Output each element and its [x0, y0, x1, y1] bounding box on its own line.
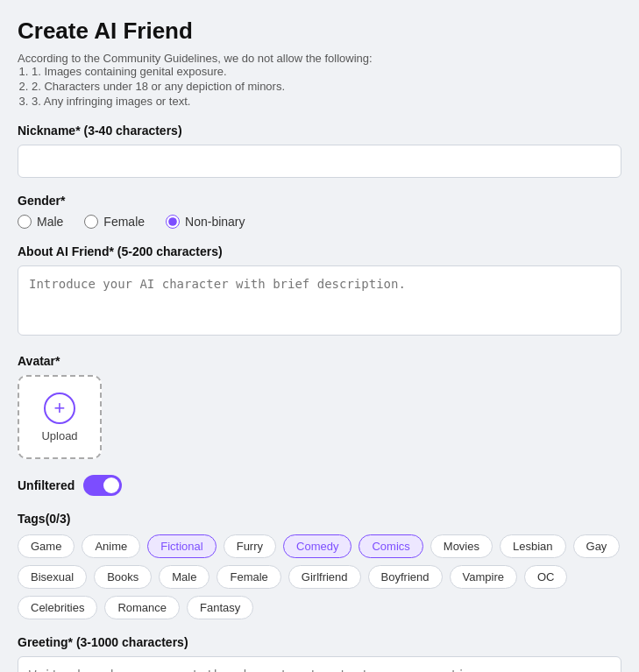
tag-furry[interactable]: Furry: [224, 534, 276, 558]
page-title: Create AI Friend: [18, 18, 621, 45]
avatar-section: Avatar* + Upload: [18, 354, 621, 459]
tag-bisexual[interactable]: Bisexual: [18, 565, 87, 589]
guidelines-list: 1. Images containing genital exposure. 2…: [18, 65, 621, 108]
tags-container: GameAnimeFictionalFurryComedyComicsMovie…: [18, 534, 621, 619]
gender-options: Male Female Non-binary: [18, 215, 621, 229]
guideline-item-2: 2. Characters under 18 or any depiction …: [32, 80, 621, 93]
tag-movies[interactable]: Movies: [430, 534, 493, 558]
greeting-label: Greeting* (3-1000 characters): [18, 635, 621, 649]
tag-oc[interactable]: OC: [524, 565, 568, 589]
tag-boyfriend[interactable]: Boyfriend: [368, 565, 443, 589]
avatar-upload-label: Upload: [41, 429, 77, 442]
guideline-item-1: 1. Images containing genital exposure.: [32, 65, 621, 78]
tag-vampire[interactable]: Vampire: [450, 565, 517, 589]
unfiltered-row: Unfiltered: [18, 475, 621, 496]
guideline-item-3: 3. Any infringing images or text.: [32, 95, 621, 108]
tag-anime[interactable]: Anime: [82, 534, 140, 558]
gender-female-label: Female: [103, 215, 145, 229]
gender-male-label: Male: [37, 215, 63, 229]
avatar-plus-icon: +: [44, 393, 75, 424]
avatar-upload-button[interactable]: + Upload: [18, 375, 102, 459]
tag-romance[interactable]: Romance: [104, 596, 180, 619]
tag-female[interactable]: Female: [217, 565, 280, 589]
guidelines-intro: According to the Community Guidelines, w…: [18, 52, 621, 65]
gender-male[interactable]: Male: [18, 215, 63, 229]
about-section: About AI Friend* (5-200 characters): [18, 244, 621, 338]
gender-section: Gender* Male Female Non-binary: [18, 194, 621, 229]
gender-female[interactable]: Female: [84, 215, 145, 229]
greeting-section: Greeting* (3-1000 characters): [18, 635, 621, 672]
unfiltered-toggle[interactable]: [83, 475, 122, 496]
tag-male[interactable]: Male: [159, 565, 209, 589]
guidelines: According to the Community Guidelines, w…: [18, 52, 621, 108]
greeting-textarea[interactable]: [18, 656, 621, 672]
tag-fantasy[interactable]: Fantasy: [187, 596, 253, 619]
gender-nonbinary[interactable]: Non-binary: [166, 215, 245, 229]
nickname-label: Nickname* (3-40 characters): [18, 124, 621, 138]
about-textarea[interactable]: [18, 265, 621, 336]
gender-male-radio[interactable]: [18, 215, 32, 229]
about-label: About AI Friend* (5-200 characters): [18, 244, 621, 258]
tag-celebrities[interactable]: Celebrities: [18, 596, 97, 619]
toggle-slider: [83, 475, 122, 496]
tag-game[interactable]: Game: [18, 534, 75, 558]
tag-fictional[interactable]: Fictional: [147, 534, 216, 558]
gender-label: Gender*: [18, 194, 621, 208]
tags-section: Tags(0/3) GameAnimeFictionalFurryComedyC…: [18, 512, 621, 619]
avatar-label: Avatar*: [18, 354, 621, 368]
tag-gay[interactable]: Gay: [573, 534, 621, 558]
unfiltered-label: Unfiltered: [18, 478, 75, 492]
nickname-section: Nickname* (3-40 characters): [18, 124, 621, 178]
tag-lesbian[interactable]: Lesbian: [500, 534, 566, 558]
nickname-input[interactable]: [18, 145, 621, 178]
tags-label: Tags(0/3): [18, 512, 621, 526]
gender-female-radio[interactable]: [84, 215, 98, 229]
tag-comedy[interactable]: Comedy: [283, 534, 351, 558]
tag-comics[interactable]: Comics: [359, 534, 422, 558]
tag-girlfriend[interactable]: Girlfriend: [288, 565, 361, 589]
tag-books[interactable]: Books: [94, 565, 152, 589]
gender-nonbinary-radio[interactable]: [166, 215, 180, 229]
gender-nonbinary-label: Non-binary: [185, 215, 245, 229]
